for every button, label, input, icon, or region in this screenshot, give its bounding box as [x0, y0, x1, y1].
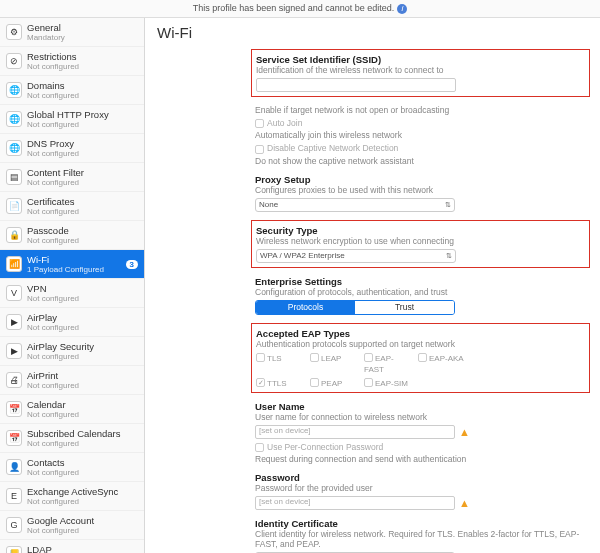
- payload-icon: 📅: [6, 430, 22, 446]
- ssid-input[interactable]: [256, 78, 456, 92]
- payload-icon: G: [6, 517, 22, 533]
- sidebar-item-contacts[interactable]: 👤ContactsNot configured: [0, 453, 144, 482]
- sidebar-item-airprint[interactable]: 🖨AirPrintNot configured: [0, 366, 144, 395]
- password-title: Password: [255, 472, 590, 483]
- payload-icon: ▤: [6, 169, 22, 185]
- enterprise-title: Enterprise Settings: [255, 276, 590, 287]
- hidden-desc: Enable if target network is not open or …: [255, 105, 590, 115]
- sidebar-item-subscribed-calendars[interactable]: 📅Subscribed CalendarsNot configured: [0, 424, 144, 453]
- payload-icon: ▶: [6, 343, 22, 359]
- eap-checkbox-eap-aka[interactable]: [418, 353, 427, 362]
- chevron-updown-icon: ⇅: [446, 252, 452, 260]
- sidebar-item-content-filter[interactable]: ▤Content FilterNot configured: [0, 163, 144, 192]
- sidebar-item-restrictions[interactable]: ⊘RestrictionsNot configured: [0, 47, 144, 76]
- eap-label: EAP-SIM: [375, 379, 408, 388]
- eap-label: TTLS: [267, 379, 287, 388]
- sidebar-item-label: General: [27, 22, 138, 33]
- perconn-label: Use Per-Connection Password: [267, 442, 383, 452]
- payload-icon: ⚙: [6, 24, 22, 40]
- eap-checkbox-eap-fast[interactable]: [364, 353, 373, 362]
- security-title: Security Type: [256, 225, 585, 236]
- captive-label: Disable Captive Network Detection: [267, 143, 398, 153]
- ssid-desc: Identification of the wireless network t…: [256, 65, 585, 75]
- proxy-select[interactable]: None⇅: [255, 198, 455, 212]
- sidebar-item-label: VPN: [27, 283, 138, 294]
- autojoin-checkbox[interactable]: [255, 119, 264, 128]
- sidebar-item-ldap[interactable]: 📒LDAPNot configured: [0, 540, 144, 553]
- autojoin-label: Auto Join: [267, 118, 302, 128]
- sidebar-item-label: Restrictions: [27, 51, 138, 62]
- sidebar-item-airplay-security[interactable]: ▶AirPlay SecurityNot configured: [0, 337, 144, 366]
- username-title: User Name: [255, 401, 590, 412]
- sidebar-item-airplay[interactable]: ▶AirPlayNot configured: [0, 308, 144, 337]
- payload-icon: 📅: [6, 401, 22, 417]
- sidebar-item-google-account[interactable]: GGoogle AccountNot configured: [0, 511, 144, 540]
- sidebar-item-calendar[interactable]: 📅CalendarNot configured: [0, 395, 144, 424]
- sidebar-item-label: Calendar: [27, 399, 138, 410]
- chevron-updown-icon: ⇅: [445, 201, 451, 209]
- ssid-section: Service Set Identifier (SSID) Identifica…: [251, 49, 590, 97]
- eap-title: Accepted EAP Types: [256, 328, 585, 339]
- payload-icon: 🌐: [6, 111, 22, 127]
- security-section: Security Type Wireless network encryptio…: [251, 220, 590, 268]
- ssid-title: Service Set Identifier (SSID): [256, 54, 585, 65]
- payload-icon: 👤: [6, 459, 22, 475]
- payload-icon: 📶: [6, 256, 22, 272]
- eap-label: PEAP: [321, 379, 342, 388]
- sidebar-item-label: Contacts: [27, 457, 138, 468]
- password-input[interactable]: [set on device]: [255, 496, 455, 510]
- sidebar-item-wi-fi[interactable]: 📶Wi-Fi1 Payload Configured3: [0, 250, 144, 279]
- sidebar-item-label: Subscribed Calendars: [27, 428, 138, 439]
- sidebar-item-dns-proxy[interactable]: 🌐DNS ProxyNot configured: [0, 134, 144, 163]
- sidebar-item-label: Content Filter: [27, 167, 138, 178]
- enterprise-tabs: Protocols Trust: [255, 300, 455, 315]
- captive-checkbox[interactable]: [255, 145, 264, 154]
- identcert-title: Identity Certificate: [255, 518, 590, 529]
- sidebar-item-label: DNS Proxy: [27, 138, 138, 149]
- payload-icon: 🔒: [6, 227, 22, 243]
- sidebar-item-label: Wi-Fi: [27, 254, 126, 265]
- warning-icon: ▲: [459, 497, 470, 509]
- security-select[interactable]: WPA / WPA2 Enterprise⇅: [256, 249, 456, 263]
- sidebar-item-label: AirPrint: [27, 370, 138, 381]
- info-icon: i: [397, 4, 407, 14]
- tab-protocols[interactable]: Protocols: [256, 301, 355, 314]
- page-title: Wi-Fi: [155, 18, 590, 49]
- eap-label: EAP-AKA: [429, 354, 464, 363]
- tab-trust[interactable]: Trust: [355, 301, 454, 314]
- sidebar-item-domains[interactable]: 🌐DomainsNot configured: [0, 76, 144, 105]
- eap-label: LEAP: [321, 354, 341, 363]
- payload-icon: V: [6, 285, 22, 301]
- sidebar-item-label: Certificates: [27, 196, 138, 207]
- sidebar-item-label: LDAP: [27, 544, 138, 553]
- perconn-checkbox[interactable]: [255, 443, 264, 452]
- sidebar-item-label: Passcode: [27, 225, 138, 236]
- sidebar-item-global-http-proxy[interactable]: 🌐Global HTTP ProxyNot configured: [0, 105, 144, 134]
- sidebar-item-exchange-activesync[interactable]: EExchange ActiveSyncNot configured: [0, 482, 144, 511]
- sidebar-item-label: Google Account: [27, 515, 138, 526]
- eap-checkbox-tls[interactable]: [256, 353, 265, 362]
- sidebar-item-label: AirPlay Security: [27, 341, 138, 352]
- sidebar-item-general[interactable]: ⚙GeneralMandatory: [0, 18, 144, 47]
- eap-checkbox-peap[interactable]: [310, 378, 319, 387]
- sidebar-item-label: Domains: [27, 80, 138, 91]
- sidebar-item-label: AirPlay: [27, 312, 138, 323]
- eap-checkbox-eap-sim[interactable]: [364, 378, 373, 387]
- sidebar-item-vpn[interactable]: VVPNNot configured: [0, 279, 144, 308]
- payload-icon: 🖨: [6, 372, 22, 388]
- payload-icon: 🌐: [6, 82, 22, 98]
- eap-checkbox-ttls[interactable]: ✓: [256, 378, 265, 387]
- sidebar-item-label: Global HTTP Proxy: [27, 109, 138, 120]
- sidebar-item-certificates[interactable]: 📄CertificatesNot configured: [0, 192, 144, 221]
- proxy-title: Proxy Setup: [255, 174, 590, 185]
- sidebar-item-label: Exchange ActiveSync: [27, 486, 138, 497]
- payload-icon: 🌐: [6, 140, 22, 156]
- payload-icon: ▶: [6, 314, 22, 330]
- username-input[interactable]: [set on device]: [255, 425, 455, 439]
- eap-checkbox-leap[interactable]: [310, 353, 319, 362]
- signed-banner: This profile has been signed and cannot …: [0, 0, 600, 18]
- payload-icon: E: [6, 488, 22, 504]
- payload-count-badge: 3: [126, 260, 138, 269]
- main-panel: Wi-Fi Service Set Identifier (SSID) Iden…: [145, 18, 600, 553]
- sidebar-item-passcode[interactable]: 🔒PasscodeNot configured: [0, 221, 144, 250]
